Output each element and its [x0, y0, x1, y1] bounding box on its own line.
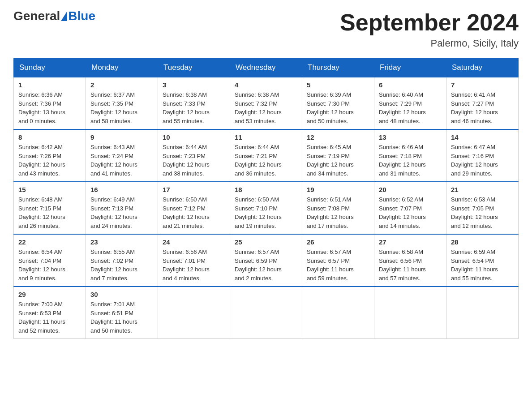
- sunrise-text: Sunrise: 6:57 AM: [235, 248, 279, 255]
- sunset-text: Sunset: 7:02 PM: [90, 257, 133, 264]
- calendar-cell: 30 Sunrise: 7:01 AMSunset: 6:51 PMDaylig…: [86, 287, 158, 339]
- daylight-minutes-text: and 55 minutes.: [163, 118, 204, 124]
- daylight-minutes-text: and 57 minutes.: [379, 275, 420, 282]
- daylight-text: Daylight: 12 hours: [90, 266, 137, 273]
- day-info: Sunrise: 6:53 AMSunset: 7:05 PMDaylight:…: [451, 195, 514, 230]
- sunset-text: Sunset: 7:32 PM: [235, 100, 278, 107]
- calendar-cell: 24 Sunrise: 6:56 AMSunset: 7:01 PMDaylig…: [158, 234, 230, 287]
- logo-general-text: General: [13, 9, 60, 23]
- daylight-text: Daylight: 12 hours: [379, 161, 426, 168]
- daylight-minutes-text: and 0 minutes.: [18, 118, 56, 124]
- daylight-minutes-text: and 41 minutes.: [90, 170, 132, 177]
- daylight-minutes-text: and 36 minutes.: [235, 170, 276, 177]
- sunset-text: Sunset: 7:01 PM: [163, 257, 206, 264]
- page-header: General Blue September 2024 Palermo, Sic…: [13, 9, 519, 49]
- sunrise-text: Sunrise: 6:47 AM: [451, 144, 495, 150]
- daylight-minutes-text: and 34 minutes.: [307, 170, 348, 177]
- calendar-cell: 2 Sunrise: 6:37 AMSunset: 7:35 PMDayligh…: [86, 77, 158, 129]
- daylight-minutes-text: and 7 minutes.: [90, 275, 129, 282]
- daylight-text: Daylight: 12 hours: [235, 214, 282, 220]
- daylight-text: Daylight: 12 hours: [451, 161, 498, 168]
- daylight-minutes-text: and 55 minutes.: [451, 275, 493, 282]
- sunrise-text: Sunrise: 6:44 AM: [235, 144, 279, 150]
- sunrise-text: Sunrise: 6:58 AM: [379, 248, 423, 255]
- day-info: Sunrise: 6:48 AMSunset: 7:15 PMDaylight:…: [18, 195, 81, 230]
- daylight-text: Daylight: 11 hours: [18, 318, 65, 325]
- sunset-text: Sunset: 7:30 PM: [307, 100, 350, 107]
- sunrise-text: Sunrise: 6:52 AM: [379, 196, 423, 203]
- sunrise-text: Sunrise: 6:36 AM: [18, 91, 63, 98]
- calendar-header-sunday: Sunday: [14, 59, 86, 77]
- sunrise-text: Sunrise: 6:40 AM: [379, 91, 423, 98]
- calendar-cell: 4 Sunrise: 6:38 AMSunset: 7:32 PMDayligh…: [230, 77, 302, 129]
- sunrise-text: Sunrise: 6:53 AM: [451, 196, 495, 203]
- calendar-cell: 20 Sunrise: 6:52 AMSunset: 7:07 PMDaylig…: [374, 182, 446, 234]
- month-title: September 2024: [340, 9, 519, 36]
- sunrise-text: Sunrise: 6:54 AM: [18, 248, 63, 255]
- sunrise-text: Sunrise: 6:57 AM: [307, 248, 351, 255]
- day-info: Sunrise: 6:44 AMSunset: 7:23 PMDaylight:…: [163, 143, 225, 178]
- calendar-cell: 10 Sunrise: 6:44 AMSunset: 7:23 PMDaylig…: [158, 129, 230, 182]
- calendar-cell: 11 Sunrise: 6:44 AMSunset: 7:21 PMDaylig…: [230, 129, 302, 182]
- calendar-header-thursday: Thursday: [302, 59, 374, 77]
- day-number: 18: [235, 186, 297, 193]
- sunrise-text: Sunrise: 6:44 AM: [163, 144, 207, 150]
- day-number: 21: [451, 186, 514, 193]
- calendar-header-saturday: Saturday: [446, 59, 519, 77]
- title-block: September 2024 Palermo, Sicily, Italy: [340, 9, 519, 49]
- calendar-header-friday: Friday: [374, 59, 446, 77]
- calendar-cell: 13 Sunrise: 6:46 AMSunset: 7:18 PMDaylig…: [374, 129, 446, 182]
- calendar-week-row: 22 Sunrise: 6:54 AMSunset: 7:04 PMDaylig…: [14, 234, 519, 287]
- daylight-minutes-text: and 48 minutes.: [379, 118, 420, 124]
- daylight-minutes-text: and 2 minutes.: [235, 275, 273, 282]
- daylight-text: Daylight: 12 hours: [18, 214, 65, 220]
- day-number: 14: [451, 133, 514, 141]
- daylight-minutes-text: and 24 minutes.: [90, 223, 132, 229]
- daylight-minutes-text: and 43 minutes.: [18, 170, 60, 177]
- calendar-header-row: SundayMondayTuesdayWednesdayThursdayFrid…: [14, 59, 519, 77]
- calendar-week-row: 1 Sunrise: 6:36 AMSunset: 7:36 PMDayligh…: [14, 77, 519, 129]
- sunset-text: Sunset: 7:21 PM: [235, 153, 278, 159]
- daylight-minutes-text: and 53 minutes.: [235, 118, 276, 124]
- day-info: Sunrise: 6:50 AMSunset: 7:10 PMDaylight:…: [235, 195, 297, 230]
- sunrise-text: Sunrise: 6:48 AM: [18, 196, 63, 203]
- calendar-cell: 16 Sunrise: 6:49 AMSunset: 7:13 PMDaylig…: [86, 182, 158, 234]
- day-number: 20: [379, 186, 442, 193]
- day-info: Sunrise: 7:00 AMSunset: 6:53 PMDaylight:…: [18, 300, 81, 335]
- daylight-text: Daylight: 11 hours: [379, 266, 426, 273]
- day-number: 24: [163, 238, 225, 246]
- sunrise-text: Sunrise: 6:56 AM: [163, 248, 207, 255]
- day-number: 26: [307, 238, 369, 246]
- calendar-week-row: 15 Sunrise: 6:48 AMSunset: 7:15 PMDaylig…: [14, 182, 519, 234]
- calendar-cell: 21 Sunrise: 6:53 AMSunset: 7:05 PMDaylig…: [446, 182, 519, 234]
- sunrise-text: Sunrise: 6:45 AM: [307, 144, 351, 150]
- day-number: 3: [163, 81, 225, 89]
- day-info: Sunrise: 6:54 AMSunset: 7:04 PMDaylight:…: [18, 248, 81, 283]
- sunset-text: Sunset: 7:04 PM: [18, 257, 61, 264]
- sunrise-text: Sunrise: 6:55 AM: [90, 248, 135, 255]
- calendar-cell: 27 Sunrise: 6:58 AMSunset: 6:56 PMDaylig…: [374, 234, 446, 287]
- daylight-text: Daylight: 12 hours: [379, 109, 426, 116]
- calendar-cell: 3 Sunrise: 6:38 AMSunset: 7:33 PMDayligh…: [158, 77, 230, 129]
- sunrise-text: Sunrise: 6:37 AM: [90, 91, 135, 98]
- calendar-cell: 8 Sunrise: 6:42 AMSunset: 7:26 PMDayligh…: [14, 129, 86, 182]
- day-info: Sunrise: 6:43 AMSunset: 7:24 PMDaylight:…: [90, 143, 153, 178]
- daylight-text: Daylight: 12 hours: [90, 214, 137, 220]
- day-info: Sunrise: 6:42 AMSunset: 7:26 PMDaylight:…: [18, 143, 81, 178]
- sunrise-text: Sunrise: 6:59 AM: [451, 248, 495, 255]
- daylight-minutes-text: and 4 minutes.: [163, 275, 201, 282]
- calendar-cell: 23 Sunrise: 6:55 AMSunset: 7:02 PMDaylig…: [86, 234, 158, 287]
- day-number: 9: [90, 133, 153, 141]
- sunrise-text: Sunrise: 6:51 AM: [307, 196, 351, 203]
- daylight-minutes-text: and 29 minutes.: [451, 170, 493, 177]
- sunrise-text: Sunrise: 6:38 AM: [163, 91, 207, 98]
- day-number: 6: [379, 81, 442, 89]
- day-info: Sunrise: 6:45 AMSunset: 7:19 PMDaylight:…: [307, 143, 369, 178]
- day-number: 16: [90, 186, 153, 193]
- calendar-table: SundayMondayTuesdayWednesdayThursdayFrid…: [13, 58, 519, 339]
- daylight-text: Daylight: 12 hours: [90, 109, 137, 116]
- day-info: Sunrise: 6:47 AMSunset: 7:16 PMDaylight:…: [451, 143, 514, 178]
- day-number: 23: [90, 238, 153, 246]
- sunset-text: Sunset: 7:13 PM: [90, 205, 133, 212]
- calendar-header-tuesday: Tuesday: [158, 59, 230, 77]
